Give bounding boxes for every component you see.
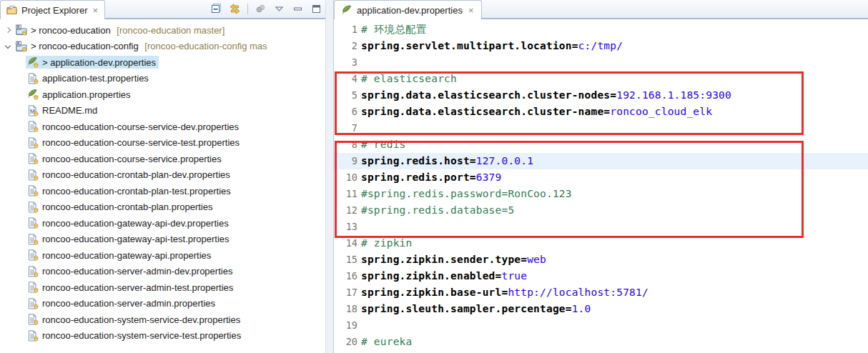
tab-application-dev-properties[interactable]: application-dev.properties × — [334, 0, 482, 19]
properties-file-icon — [26, 266, 39, 277]
tree-item[interactable]: M> roncoo-education [roncoo-education ma… — [0, 22, 325, 39]
code-editor[interactable]: 1# 环境总配置2spring.servlet.multipart.locati… — [334, 19, 868, 353]
code-line[interactable]: 3 — [334, 54, 868, 71]
tree-item-content[interactable]: MREADME.md — [26, 104, 100, 117]
tree-item[interactable]: roncoo-education-course-service.properti… — [0, 151, 325, 167]
tree-item[interactable]: roncoo-education-gateway-api.properties — [0, 247, 325, 264]
tree-item[interactable]: roncoo-education-server-admin-test.prope… — [0, 279, 325, 296]
code-line[interactable]: 11#spring.redis.password=RonCoo.123 — [334, 186, 868, 202]
tab-project-explorer[interactable]: Project Explorer × — [0, 0, 105, 19]
code-line[interactable]: 4# elasticsearch — [334, 71, 868, 87]
tree-item-content[interactable]: roncoo-education-gateway-api-dev.propert… — [26, 217, 232, 229]
properties-file-icon — [26, 217, 39, 229]
close-icon[interactable]: × — [467, 5, 474, 16]
line-number: 11 — [334, 186, 361, 202]
tree-item-label: roncoo-education-gateway-api-test.proper… — [42, 234, 230, 244]
tree-item-content[interactable]: roncoo-education-system-service-dev.prop… — [26, 313, 243, 326]
git-decoration-label: [roncoo-education master] — [114, 25, 225, 36]
tree-item[interactable]: application-test.properties — [0, 71, 325, 87]
close-icon[interactable]: × — [91, 5, 98, 16]
code-line[interactable]: 13 — [334, 219, 868, 235]
tree-item[interactable]: roncoo-education-system-service-dev.prop… — [0, 312, 325, 328]
tree-item-label: roncoo-education-course-service.properti… — [42, 154, 222, 164]
tree-item-content[interactable]: roncoo-education-gateway-api.properties — [26, 249, 214, 262]
line-number: 3 — [334, 54, 361, 71]
tree-item-content[interactable]: roncoo-education-crontab-plan.properties — [26, 201, 215, 214]
code-line[interactable]: 18spring.sleuth.sampler.percentage=1.0 — [334, 301, 868, 317]
tree-item[interactable]: roncoo-education-server-admin.properties — [0, 296, 325, 312]
tree-item-content[interactable]: M> roncoo-education [roncoo-education ma… — [14, 24, 227, 36]
tree-item-content[interactable]: roncoo-education-server-admin.properties — [26, 297, 218, 310]
tree-item[interactable]: M> roncoo-education-config [roncoo-educa… — [0, 39, 325, 55]
tree-item[interactable]: roncoo-education-server-admin-dev.proper… — [0, 264, 325, 280]
properties-file-icon — [26, 314, 39, 325]
code-line[interactable]: 10spring.redis.port=6379 — [334, 169, 868, 186]
focus-on-active-task-icon[interactable] — [255, 3, 267, 15]
code-line[interactable]: 16spring.zipkin.enabled=true — [334, 268, 868, 284]
maximize-icon[interactable] — [310, 3, 322, 15]
line-number: 18 — [334, 301, 361, 317]
code-line[interactable]: 5spring.data.elasticsearch.cluster-nodes… — [334, 87, 868, 104]
tree-item-content[interactable]: roncoo-education-gateway-api-test.proper… — [26, 233, 232, 246]
tree-item-content[interactable]: roncoo-education-course-service-test.pro… — [26, 136, 242, 149]
code-line[interactable]: 6spring.data.elasticsearch.cluster-name=… — [334, 104, 868, 120]
collapsed-chevron-icon[interactable] — [3, 24, 14, 36]
code-line[interactable]: 12#spring.redis.database=5 — [334, 202, 868, 219]
code-text: # eureka — [361, 334, 412, 350]
code-text: # zipkin — [361, 235, 412, 252]
tree-item-label: > roncoo-education-config — [31, 41, 139, 51]
tree-item[interactable]: roncoo-education-gateway-api-test.proper… — [0, 232, 325, 248]
code-line[interactable]: 14# zipkin — [334, 235, 868, 252]
tree-item[interactable]: > application-dev.properties — [0, 54, 325, 71]
expanded-chevron-icon[interactable] — [3, 41, 14, 52]
property-value: 192.168.1.185:9300 — [616, 89, 731, 101]
code-line[interactable]: 15spring.zipkin.sender.type=web — [334, 252, 868, 268]
code-line[interactable]: 2spring.servlet.multipart.location=c:/tm… — [334, 38, 868, 54]
code-line[interactable]: 7 — [334, 120, 868, 136]
svg-text:M: M — [17, 41, 20, 45]
tree-item[interactable]: roncoo-education-crontab-plan.properties — [0, 199, 325, 216]
line-number: 19 — [334, 317, 361, 334]
line-number: 2 — [334, 38, 361, 54]
code-line[interactable]: 1# 环境总配置 — [334, 21, 868, 38]
tree-item[interactable]: roncoo-education-gateway-api-dev.propert… — [0, 215, 325, 232]
tree-item[interactable]: roncoo-education-crontab-plan-test.prope… — [0, 183, 325, 199]
editor-tabbar: application-dev.properties × — [334, 0, 868, 19]
comment: # redis — [361, 139, 406, 150]
comment: # elasticsearch — [361, 73, 457, 84]
tree-item[interactable]: roncoo-education-course-service-test.pro… — [0, 135, 325, 151]
tree-item[interactable]: roncoo-education-course-service-dev.prop… — [0, 119, 325, 135]
code-line-current[interactable]: 9spring.redis.host=127.0.0.1 — [334, 153, 868, 169]
tree-item-label: roncoo-education-server-admin.properties — [42, 298, 215, 309]
code-line[interactable]: 19 — [334, 317, 868, 334]
tree-item-content[interactable]: application-test.properties — [26, 72, 152, 85]
tree-item-content[interactable]: roncoo-education-crontab-plan-test.prope… — [26, 184, 234, 197]
tree-item[interactable]: MREADME.md — [0, 103, 325, 119]
collapse-all-icon[interactable] — [210, 3, 222, 15]
view-menu-icon[interactable] — [273, 3, 285, 15]
tree-item-label: application-test.properties — [42, 73, 149, 84]
tree-item-content[interactable]: roncoo-education-system-service-test.pro… — [26, 329, 244, 342]
tree-item-content[interactable]: roncoo-education-server-admin-dev.proper… — [26, 265, 235, 278]
tree-item[interactable]: roncoo-education-crontab-plan-dev.proper… — [0, 167, 325, 184]
spring-leaf-icon — [26, 56, 39, 68]
sash-divider[interactable] — [325, 0, 334, 353]
tree-item-content[interactable]: roncoo-education-crontab-plan-dev.proper… — [26, 169, 233, 182]
line-number: 16 — [334, 268, 361, 284]
tree-item-content[interactable]: roncoo-education-course-service-dev.prop… — [26, 120, 242, 133]
tree-item-content[interactable]: roncoo-education-course-service.properti… — [26, 152, 225, 165]
tree-item-content[interactable]: roncoo-education-server-admin-test.prope… — [26, 281, 236, 294]
properties-file-icon — [26, 73, 39, 84]
minimize-icon[interactable] — [292, 3, 304, 15]
tree-item-content[interactable]: M> roncoo-education-config [roncoo-educa… — [14, 40, 270, 53]
tree-item-selected[interactable]: > application-dev.properties — [26, 56, 159, 69]
property-key: spring.data.elasticsearch.cluster-nodes= — [361, 89, 616, 101]
tree-item-content[interactable]: application.properties — [26, 88, 134, 101]
tree-item[interactable]: application.properties — [0, 86, 325, 103]
svg-text:M: M — [17, 25, 20, 29]
tree-item[interactable]: roncoo-education-system-service-test.pro… — [0, 328, 325, 344]
code-line[interactable]: 20# eureka — [334, 334, 868, 350]
code-line[interactable]: 8# redis — [334, 136, 868, 153]
code-line[interactable]: 17spring.zipkin.base-url=http://localhos… — [334, 284, 868, 301]
link-with-editor-icon[interactable] — [229, 3, 241, 15]
